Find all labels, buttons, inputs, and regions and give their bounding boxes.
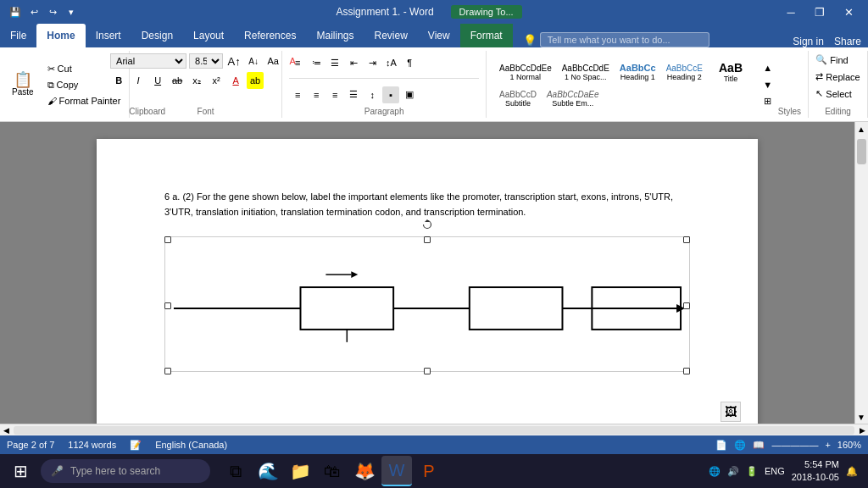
handle-top-right[interactable] [683,236,690,243]
tab-design[interactable]: Design [131,24,183,47]
status-left: Page 2 of 7 1124 words 📝 English (Canada… [7,440,227,451]
handle-bottom-left[interactable] [164,368,171,374]
subscript-button[interactable]: x₂ [188,72,205,89]
strikethrough-button[interactable]: ab [169,72,186,89]
word-app[interactable]: W [381,456,412,486]
font-family-select[interactable]: Arial [110,53,186,69]
borders-button[interactable]: ▣ [401,86,418,103]
view-print-icon[interactable]: 📄 [715,440,727,451]
show-formatting-button[interactable]: ¶ [401,54,418,71]
change-case-button[interactable]: Aa [264,53,281,69]
start-button[interactable]: ⊞ [3,458,37,485]
handle-top-center[interactable] [424,236,431,243]
zoom-in-button[interactable]: + [825,440,830,450]
files-app[interactable]: 📁 [285,456,315,486]
vertical-scrollbar[interactable]: ▲ ▼ [854,122,868,424]
italic-button[interactable]: I [130,72,147,89]
battery-icon: 🔋 [746,466,758,477]
undo-button[interactable]: ↩ [25,3,42,21]
scroll-thumb[interactable] [857,139,866,164]
save-button[interactable]: 💾 [7,3,24,21]
scroll-left-arrow[interactable]: ◀ [0,424,12,436]
share-button[interactable]: Share [834,36,861,47]
highlight-button[interactable]: ab [247,72,264,89]
tab-references[interactable]: References [234,24,306,47]
scroll-right-arrow[interactable]: ▶ [856,424,868,436]
tab-home[interactable]: Home [36,24,85,47]
tab-insert[interactable]: Insert [86,24,131,47]
handle-bottom-center[interactable] [424,368,431,374]
tab-format[interactable]: Format [460,24,513,47]
multilevel-list-button[interactable]: ☰ [326,54,343,71]
numbering-button[interactable]: ≔ [308,54,325,71]
view-read-icon[interactable]: 📖 [753,440,765,451]
style-heading1[interactable]: AaBbCc Heading 1 [615,60,660,84]
tell-me-input[interactable] [540,32,709,47]
signin-link[interactable]: Sign in [793,36,824,47]
handle-top-left[interactable] [164,236,171,243]
font-size-select[interactable]: 8.5 [189,53,223,69]
firefox-app[interactable]: 🦊 [349,456,380,486]
increase-indent-button[interactable]: ⇥ [364,54,381,71]
grow-font-button[interactable]: A↑ [225,53,242,69]
superscript-button[interactable]: x² [208,72,225,89]
styles-expand[interactable]: ⊞ [760,93,776,110]
minimize-button[interactable]: ─ [778,3,804,21]
replace-button[interactable]: ⇄ Replace [810,69,865,84]
tab-view[interactable]: View [418,24,460,47]
format-painter-button[interactable]: 🖌 Format Painter [42,94,126,108]
style-heading2[interactable]: AaBbCcE Heading 2 [662,61,707,84]
bullets-button[interactable]: ≡ [289,54,306,71]
document-page[interactable]: 6 a. (2) For the gene shown below, label… [97,139,758,424]
powerpoint-app[interactable]: P [414,456,444,486]
align-center-button[interactable]: ≡ [308,86,325,103]
style-title[interactable]: AaB Title [709,58,753,86]
redo-button[interactable]: ↪ [44,3,61,21]
style-subtitle[interactable]: AaBbCcD Subtitle [495,87,541,110]
handle-middle-right[interactable] [683,302,690,309]
customize-button[interactable]: ▾ [63,3,80,21]
sort-button[interactable]: ↕A [382,54,399,71]
underline-button[interactable]: U [149,72,166,89]
tab-layout[interactable]: Layout [183,24,234,47]
image-icon: 🖼 [721,402,741,422]
horizontal-scroll-thumb[interactable] [14,426,854,435]
paste-button[interactable]: 📋 Paste [7,69,39,100]
align-right-button[interactable]: ≡ [326,86,343,103]
scroll-up-arrow[interactable]: ▲ [855,122,867,136]
find-button[interactable]: 🔍 Find [810,53,865,67]
styles-scroll-up[interactable]: ▲ [760,59,776,76]
drawing-canvas[interactable] [164,236,690,374]
style-no-spacing[interactable]: AaBbCcDdE 1 No Spac... [558,61,614,84]
close-button[interactable]: ✕ [836,3,861,21]
restore-button[interactable]: ❐ [807,3,832,21]
select-button[interactable]: ↖ Select [810,86,865,101]
notifications-icon[interactable]: 🔔 [846,466,858,477]
bold-button[interactable]: B [110,72,127,89]
view-web-icon[interactable]: 🌐 [734,440,746,451]
rotate-handle[interactable] [422,219,432,230]
line-spacing-button[interactable]: ↕ [364,86,381,103]
style-normal[interactable]: AaBbCcDdEe 1 Normal [495,61,556,84]
align-left-button[interactable]: ≡ [289,86,306,103]
tab-mailings[interactable]: Mailings [306,24,364,47]
tab-file[interactable]: File [0,24,36,47]
shrink-font-button[interactable]: A↓ [245,53,262,69]
store-app[interactable]: 🛍 [317,456,348,486]
style-subtle-em[interactable]: AaBbCcDaEe Subtle Em... [542,87,604,110]
scroll-down-arrow[interactable]: ▼ [855,410,867,424]
styles-scroll-down[interactable]: ▼ [760,76,776,93]
taskbar-search[interactable]: 🎤 Type here to search [41,459,210,483]
quick-access-toolbar: 💾 ↩ ↪ ▾ [7,3,80,21]
horizontal-scrollbar[interactable]: ◀ ▶ [0,424,868,435]
tab-review[interactable]: Review [364,24,417,47]
handle-bottom-right[interactable] [683,368,690,374]
justify-button[interactable]: ☰ [345,86,362,103]
decrease-indent-button[interactable]: ⇤ [345,54,362,71]
handle-middle-left[interactable] [164,302,171,309]
edge-app[interactable]: 🌊 [253,456,283,486]
font-color-button[interactable]: A [227,72,244,89]
document-scroll[interactable]: 6 a. (2) For the gene shown below, label… [0,122,854,424]
shading-button[interactable]: ▪ [382,86,399,103]
taskview-button[interactable]: ⧉ [220,456,251,486]
